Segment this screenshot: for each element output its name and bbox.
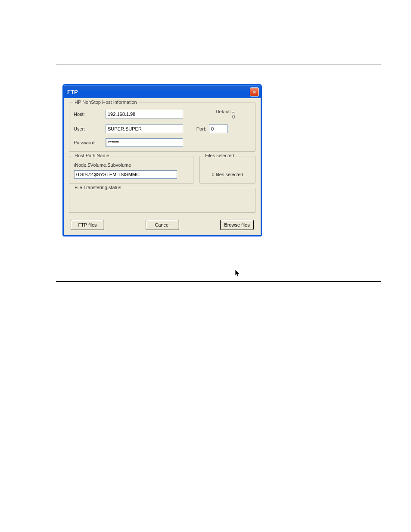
default-port-note: Default = 0 (209, 109, 235, 119)
ftp-files-button[interactable]: FTP files (71, 220, 104, 230)
files-selected-legend: Files selected (203, 153, 236, 158)
page-divider-top (56, 65, 381, 65)
host-input[interactable] (106, 110, 183, 118)
host-info-legend: HP NonStop Host Information (73, 100, 139, 105)
lower-double-rule (82, 356, 381, 374)
host-label: Host: (74, 112, 106, 117)
host-path-legend: Host Path Name (73, 153, 111, 158)
port-label: Port: (183, 126, 209, 131)
password-input[interactable] (106, 138, 183, 147)
rule-line-1 (82, 356, 381, 356)
mouse-cursor-icon (235, 270, 241, 277)
close-icon: × (253, 89, 256, 95)
cancel-button[interactable]: Cancel (146, 220, 179, 230)
host-path-hint: \Node.$Volume.Subvolume (74, 162, 189, 168)
password-label: Password: (74, 140, 106, 145)
browse-files-button[interactable]: Browse files (220, 220, 254, 230)
button-row: FTP files Cancel Browse files (69, 217, 255, 230)
host-grid: Host: Default = 0 User: Port: Password: (74, 109, 251, 147)
path-files-row: Host Path Name \Node.$Volume.Subvolume F… (69, 156, 255, 188)
host-path-group: Host Path Name \Node.$Volume.Subvolume (69, 156, 193, 184)
rule-line-2 (82, 365, 381, 365)
page-divider-bottom (56, 281, 381, 282)
close-button[interactable]: × (250, 87, 259, 96)
host-path-input[interactable] (74, 170, 177, 179)
user-label: User: (74, 126, 106, 131)
files-selected-group: Files selected 0 files selected (199, 156, 255, 184)
ftp-dialog: FTP × HP NonStop Host Information Host: … (62, 84, 262, 236)
titlebar: FTP × (64, 85, 261, 98)
transfer-status-legend: File Transfering status (73, 185, 123, 190)
port-input[interactable] (209, 124, 228, 133)
user-input[interactable] (106, 124, 183, 133)
transfer-status-group: File Transfering status (69, 188, 255, 213)
dialog-title: FTP (67, 89, 78, 95)
dialog-body: HP NonStop Host Information Host: Defaul… (64, 98, 261, 235)
host-information-group: HP NonStop Host Information Host: Defaul… (69, 103, 255, 152)
files-selected-status: 0 files selected (204, 162, 251, 177)
